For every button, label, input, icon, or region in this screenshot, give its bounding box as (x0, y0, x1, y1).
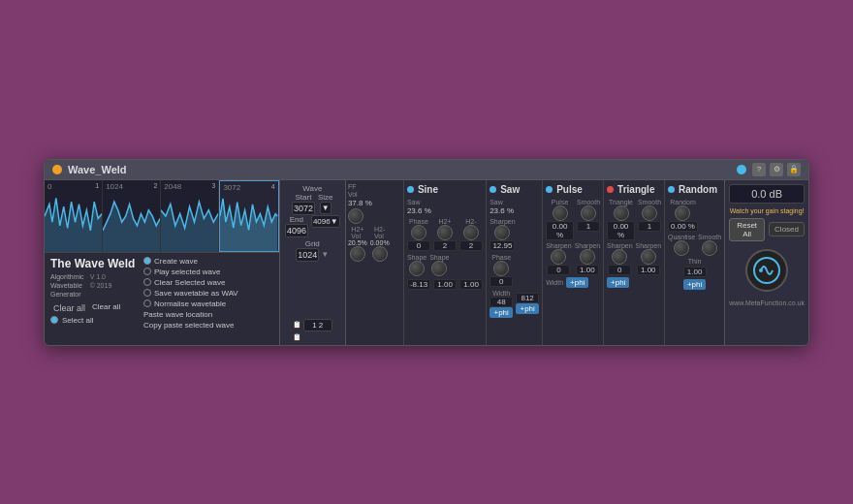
triangle-knob[interactable] (614, 205, 629, 221)
sine-shape2-knob[interactable] (431, 261, 447, 276)
ff-h2minus-knob[interactable] (372, 246, 388, 262)
paste-input[interactable]: 1 2 (303, 319, 332, 331)
sine-phase-value[interactable]: 0 (407, 240, 430, 251)
triangle-smooth-knob[interactable] (642, 205, 657, 221)
pulse-smooth-value[interactable]: 1 (577, 221, 600, 232)
ff-h2plus-label: H2+Vol (351, 226, 363, 239)
sine-phase-knob[interactable] (411, 225, 426, 240)
waveform-display: 0 1 1024 2 (45, 180, 279, 253)
sine-val1[interactable]: 1.00 (433, 279, 457, 290)
pulse-smooth-label: Smooth (577, 199, 600, 205)
sine-h2plus-knob[interactable] (437, 225, 453, 240)
waveform-svg-3 (161, 180, 218, 252)
plugin-title: The Wave Weld (50, 257, 135, 270)
pulse-sharpen-value[interactable]: 0 (547, 265, 570, 275)
random-thin-value[interactable]: 1.00 (683, 267, 707, 277)
random-smooth-knob[interactable] (702, 240, 717, 256)
main-content: 0 1 1024 2 (45, 180, 808, 345)
triangle-sharpen-knob[interactable] (612, 249, 627, 265)
end-size-value[interactable]: 4096▼ (311, 215, 340, 228)
start-value[interactable]: 3072 (292, 202, 315, 215)
normalise-label: Normalise wavetable (154, 299, 226, 308)
saw-812-value[interactable]: 812 (516, 293, 539, 303)
pulse-sharpen2-value[interactable]: 1.00 (576, 265, 599, 275)
wave-controls: Wave Start 3072 Size ▼ End 4096 (280, 180, 346, 345)
wave-cell-2[interactable]: 1024 2 (103, 180, 161, 252)
triangle-sharpen-value[interactable]: 0 (608, 265, 631, 275)
random-thin-label: Thin (688, 258, 702, 265)
wave-ctrl-group: Wave Start 3072 Size ▼ End 4096 (284, 184, 341, 341)
wave-cell-4[interactable]: 3072 4 (219, 180, 278, 252)
lock-icon[interactable]: 🔒 (787, 163, 801, 176)
grid-label: Grid (305, 239, 320, 248)
sine-shape2-label: Shape (429, 254, 449, 261)
random-quantise: Quantise (668, 234, 695, 256)
saw-sharpen-knob[interactable] (494, 225, 510, 240)
sine-h2plus: H2+ 2 (433, 218, 457, 251)
triangle-sharpen2-knob[interactable] (641, 249, 656, 265)
saw-phi-btn-2[interactable]: +phi (516, 303, 538, 314)
random-quantise-knob[interactable] (674, 240, 689, 256)
pulse-knob[interactable] (553, 205, 568, 221)
saw-sharpen-value[interactable]: 12.95 (490, 240, 515, 251)
save-wav-row: Save wavetable as WAV (143, 289, 238, 298)
sine-h2plus-label: H2+ (438, 218, 451, 225)
saw-phase-knob[interactable] (493, 261, 509, 276)
minimize-icon[interactable]: ? (752, 163, 766, 176)
sine-h2plus-value[interactable]: 2 (433, 240, 457, 251)
sine-shape1-knob[interactable] (409, 261, 425, 276)
saw-phase-value[interactable]: 0 (490, 276, 513, 287)
sine-phase-bottom[interactable]: -8.13 (407, 279, 430, 290)
triangle-sharpen2: Sharpen 1.00 (636, 242, 661, 275)
grid-value[interactable]: 1024 (296, 248, 319, 262)
grid-ctrl: Grid 1024 ▼ (296, 239, 329, 315)
copy-icon: 📋 (293, 333, 301, 341)
size-value[interactable]: ▼ (320, 202, 332, 214)
random-knob[interactable] (675, 205, 690, 221)
pulse-smooth-knob[interactable] (581, 205, 596, 221)
end-ctrl: End 4096 (285, 215, 308, 237)
clear-all-button[interactable]: Clear all (50, 302, 88, 314)
grid-dropdown[interactable]: ▼ (321, 250, 329, 259)
ff-vol-knob[interactable] (348, 208, 363, 224)
start-label: Start (296, 193, 312, 202)
pulse-phi-btn[interactable]: +phi (566, 277, 588, 288)
saw-phi-btn[interactable]: +phi (490, 307, 512, 318)
closed-button[interactable]: Closed (769, 222, 805, 236)
pulse-panel: Pulse Pulse 0.00 % Smooth 1 (543, 180, 604, 345)
svg-point-5 (759, 268, 763, 272)
pulse-val-value[interactable]: 0.00 % (546, 221, 574, 240)
wave-cell-1[interactable]: 0 1 (45, 180, 103, 252)
title-bar: Wave_Weld ? ⚙ 🔒 (45, 160, 808, 180)
paste-copy-group: 📋 1 2 📋 (293, 319, 332, 341)
random-val-value[interactable]: 0.00 % (668, 221, 698, 232)
play-selected-radio (143, 268, 151, 275)
triangle-sharpen2-value[interactable]: 1.00 (637, 265, 660, 275)
wave-cell-3[interactable]: 2048 3 (161, 180, 219, 252)
saw-params: Saw 23.6 % Sharpen 12.95 Phase 0 (490, 199, 539, 318)
sine-val2[interactable]: 1.00 (459, 279, 483, 290)
triangle-phi-btn[interactable]: +phi (607, 277, 629, 288)
saw-width-value[interactable]: 48 (490, 297, 513, 307)
pulse-sharpen-knob[interactable] (551, 249, 566, 265)
ff-h2plus: H2+Vol 20.5% (348, 226, 367, 262)
settings-icon[interactable]: ⚙ (770, 163, 783, 176)
title-dot-orange (52, 165, 62, 174)
triangle-val-value[interactable]: 0.00 % (607, 221, 635, 240)
size-ctrl: Size ▼ (318, 193, 333, 215)
reset-all-button[interactable]: Reset All (729, 218, 765, 241)
saw-phase: Phase 0 (490, 254, 513, 287)
pulse-sharpen2-knob[interactable] (580, 249, 595, 265)
triangle-smooth-value[interactable]: 1 (638, 221, 661, 232)
ff-h2plus-knob[interactable] (350, 246, 365, 262)
saw-vol-value: 23.6 % (490, 206, 539, 215)
end-value[interactable]: 4096 (285, 224, 308, 237)
random-row2: Quantise Smooth (668, 234, 721, 256)
random-name: Random (679, 184, 717, 195)
random-phi-btn[interactable]: +phi (683, 279, 706, 290)
sine-h2minus-knob[interactable] (463, 225, 479, 240)
saw-phase-row: Phase 0 (490, 254, 539, 287)
saw-name: Saw (500, 184, 520, 195)
triangle-name: Triangle (617, 184, 654, 195)
sine-h2minus-value[interactable]: 2 (459, 240, 483, 251)
